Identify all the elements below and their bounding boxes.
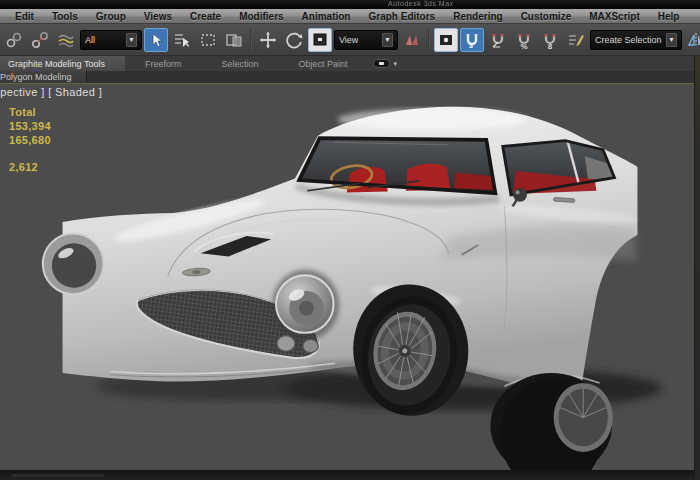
select-by-name-button[interactable] bbox=[170, 28, 194, 52]
time-slider-remnant bbox=[12, 474, 104, 477]
reference-coordinate-value: View bbox=[339, 35, 358, 45]
selection-filter-value: All bbox=[85, 35, 95, 45]
3d-car-model[interactable] bbox=[0, 84, 700, 470]
bind-to-space-warp-icon[interactable] bbox=[54, 28, 78, 52]
angle-snap-button[interactable] bbox=[486, 28, 510, 52]
toolbar-divider bbox=[250, 29, 252, 51]
use-pivot-center-button[interactable] bbox=[400, 28, 424, 52]
ribbon-tab-bar: Graphite Modeling Tools Freeform Selecti… bbox=[0, 56, 700, 71]
stat-polys-value: 153,394 bbox=[9, 119, 51, 133]
reference-coordinate-dropdown[interactable]: View ▼ bbox=[334, 30, 398, 50]
svg-text:8: 8 bbox=[548, 41, 553, 49]
tab-selection[interactable]: Selection bbox=[201, 56, 278, 71]
car-headlight-right bbox=[272, 270, 339, 341]
dropdown-arrow-icon: ▼ bbox=[666, 33, 677, 47]
menu-create[interactable]: Create bbox=[181, 11, 230, 22]
menu-tools[interactable]: Tools bbox=[43, 11, 87, 22]
select-and-manipulate-button[interactable] bbox=[434, 28, 458, 52]
menu-customize[interactable]: Customize bbox=[512, 11, 581, 22]
stat-fps-value: 2,612 bbox=[9, 160, 51, 174]
perspective-viewport[interactable]: [ Perspective ] [ Shaded ] Total 153,394… bbox=[0, 84, 700, 470]
menu-bar: Edit Tools Group Views Create Modifiers … bbox=[0, 9, 700, 24]
edit-named-selections-button[interactable] bbox=[564, 28, 588, 52]
3ds-max-window: Autodesk 3ds Max Edit Tools Group Views … bbox=[0, 0, 700, 480]
named-selection-set-dropdown[interactable]: Create Selection S ▼ bbox=[590, 30, 682, 50]
chevron-down-icon: ▾ bbox=[393, 60, 397, 68]
unlink-selection-icon[interactable] bbox=[28, 28, 52, 52]
tab-object-paint[interactable]: Object Paint bbox=[278, 56, 367, 71]
toolbar-divider bbox=[428, 29, 430, 51]
select-object-button[interactable] bbox=[144, 28, 168, 52]
tab-graphite-modeling-tools[interactable]: Graphite Modeling Tools bbox=[0, 56, 125, 71]
viewport-statistics: Total 153,394 165,680 2,612 bbox=[9, 105, 51, 174]
title-bar: Autodesk 3ds Max bbox=[0, 0, 700, 9]
percent-snap-button[interactable]: % bbox=[512, 28, 536, 52]
stat-total-label: Total bbox=[9, 105, 51, 119]
menu-edit[interactable]: Edit bbox=[6, 11, 43, 22]
car-headlight-left bbox=[43, 233, 104, 294]
stat-verts-value: 165,680 bbox=[9, 133, 51, 147]
menu-rendering[interactable]: Rendering bbox=[444, 11, 511, 22]
menu-group[interactable]: Group bbox=[87, 11, 135, 22]
selection-filter-dropdown[interactable]: All ▼ bbox=[80, 30, 142, 50]
bottom-edge-strip bbox=[0, 470, 700, 480]
ribbon-panel-row: Polygon Modeling bbox=[0, 71, 700, 84]
select-and-scale-button[interactable] bbox=[308, 28, 332, 52]
panel-tab-polygon-modeling[interactable]: Polygon Modeling bbox=[0, 71, 87, 83]
menu-views[interactable]: Views bbox=[135, 11, 181, 22]
snaps-toggle-3d-button[interactable]: 3 bbox=[460, 28, 484, 52]
window-title: Autodesk 3ds Max bbox=[388, 0, 454, 7]
svg-text:%: % bbox=[520, 41, 527, 49]
viewport-label[interactable]: [ Perspective ] [ Shaded ] bbox=[0, 86, 102, 98]
ribbon-minimize-control[interactable]: ▾ bbox=[373, 56, 397, 71]
main-toolbar: All ▼ View ▼ bbox=[0, 24, 700, 56]
right-edge-strip bbox=[694, 56, 700, 480]
menu-graph-editors[interactable]: Graph Editors bbox=[359, 11, 444, 22]
tab-freeform[interactable]: Freeform bbox=[125, 56, 202, 71]
ribbon-display-icon bbox=[373, 59, 390, 68]
select-and-link-icon[interactable] bbox=[2, 28, 26, 52]
dropdown-arrow-icon: ▼ bbox=[126, 33, 137, 47]
select-and-move-button[interactable] bbox=[256, 28, 280, 52]
menu-modifiers[interactable]: Modifiers bbox=[230, 11, 292, 22]
dropdown-arrow-icon: ▼ bbox=[382, 33, 393, 47]
spinner-snap-button[interactable]: 8 bbox=[538, 28, 562, 52]
rectangular-selection-region-button[interactable] bbox=[196, 28, 220, 52]
named-selection-set-value: Create Selection S bbox=[595, 35, 662, 45]
menu-help[interactable]: Help bbox=[649, 11, 689, 22]
window-crossing-button[interactable] bbox=[222, 28, 246, 52]
mirror-button[interactable] bbox=[684, 28, 700, 52]
menu-maxscript[interactable]: MAXScript bbox=[580, 11, 649, 22]
select-and-rotate-button[interactable] bbox=[282, 28, 306, 52]
menu-animation[interactable]: Animation bbox=[293, 11, 360, 22]
svg-text:3: 3 bbox=[469, 42, 473, 49]
